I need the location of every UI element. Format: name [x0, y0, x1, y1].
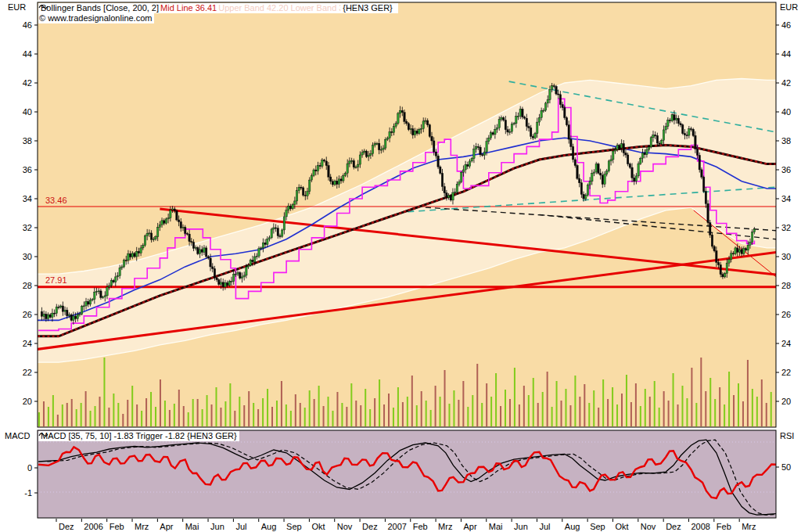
- rsi-axis-label: RSI: [780, 431, 794, 441]
- volume-bar: [640, 406, 641, 426]
- macd-axis-tick-label: 0: [27, 463, 32, 473]
- left-axis-currency: EUR: [8, 2, 26, 13]
- candle-body: [294, 201, 296, 204]
- volume-bar: [514, 368, 515, 426]
- candle-body: [100, 291, 102, 297]
- candle-body: [684, 134, 685, 135]
- candle-body: [288, 206, 289, 210]
- candle-body: [334, 181, 336, 185]
- candle-body: [315, 170, 317, 171]
- candle-body: [696, 149, 698, 155]
- candle-body: [47, 315, 48, 318]
- candle-body: [70, 315, 72, 320]
- candle-body: [461, 172, 462, 182]
- volume-bar: [686, 398, 688, 426]
- y-axis-label: 20: [23, 397, 32, 406]
- candle-body: [537, 122, 538, 134]
- right-axis-currency: EUR: [780, 2, 798, 13]
- candle-body: [110, 280, 112, 286]
- candle-body: [480, 147, 481, 155]
- volume-bar: [742, 401, 744, 426]
- candle-body: [304, 196, 306, 196]
- candle-body: [253, 257, 255, 262]
- candle-body: [125, 260, 127, 261]
- candle-body: [577, 166, 578, 179]
- volume-bar: [295, 394, 296, 426]
- volume-bar: [131, 386, 133, 426]
- candle-body: [724, 273, 725, 276]
- chart-canvas: 4646444442424040383836363434323230302828…: [0, 0, 801, 532]
- candle-body: [214, 269, 215, 278]
- volume-bar: [66, 403, 68, 426]
- candle-body: [207, 257, 209, 258]
- candle-body: [469, 161, 470, 167]
- y-axis-label: 28: [23, 281, 32, 290]
- candle-body: [59, 306, 61, 307]
- candle-body: [224, 282, 226, 286]
- candle-body: [585, 196, 587, 199]
- candle-body: [264, 243, 266, 244]
- candle-body: [650, 138, 652, 147]
- candle-body: [237, 272, 239, 274]
- candle-body: [532, 136, 533, 138]
- volume-bar: [71, 399, 73, 426]
- volume-bar: [402, 402, 404, 426]
- volume-bar: [239, 397, 240, 426]
- x-axis-label: Feb: [413, 522, 428, 531]
- candle-body: [279, 235, 281, 236]
- volume-bar: [169, 410, 171, 426]
- candle-body: [505, 120, 506, 130]
- candle-body: [106, 287, 108, 296]
- volume-bar: [62, 404, 63, 426]
- candle-body: [753, 229, 755, 232]
- volume-bar: [318, 386, 320, 426]
- x-axis-label: Sep: [590, 522, 605, 531]
- candle-body: [441, 173, 443, 186]
- volume-bar: [719, 387, 720, 426]
- candle-body: [515, 117, 517, 124]
- candle-body: [205, 248, 207, 257]
- candle-body: [340, 179, 342, 181]
- volume-bar: [448, 404, 450, 426]
- candle-body: [246, 267, 247, 275]
- candle-body: [641, 153, 643, 159]
- candle-body: [711, 235, 713, 246]
- candle-body: [378, 143, 379, 149]
- volume-bar: [81, 403, 82, 426]
- volume-bar: [276, 401, 278, 426]
- candle-body: [619, 146, 620, 148]
- candle-body: [559, 95, 561, 105]
- volume-bar: [350, 383, 352, 426]
- candle-body: [191, 242, 192, 243]
- candle-body: [544, 103, 546, 110]
- volume-bar: [117, 403, 119, 426]
- volume-bar: [752, 389, 753, 426]
- candle-body: [165, 219, 167, 223]
- candle-body: [492, 133, 494, 135]
- candle-body: [502, 117, 504, 120]
- x-axis-label: Dez: [59, 522, 74, 531]
- candle-body: [89, 300, 91, 304]
- candle-body: [751, 232, 753, 243]
- volume-bar: [286, 404, 287, 426]
- candle-body: [412, 129, 414, 135]
- candle-body: [128, 253, 129, 261]
- candle-body: [671, 115, 673, 121]
- volume-bar: [426, 401, 427, 426]
- candle-body: [745, 249, 746, 250]
- candle-body: [329, 177, 331, 182]
- macd-axis-tick-label: -1: [24, 488, 32, 498]
- volume-bar: [314, 399, 315, 426]
- candle-body: [58, 307, 59, 307]
- y-axis-label: 42: [781, 78, 791, 88]
- candle-body: [690, 129, 691, 130]
- candle-body: [174, 209, 175, 211]
- candle-body: [383, 148, 384, 149]
- volume-bar: [709, 378, 711, 426]
- candle-body: [123, 260, 124, 267]
- volume-bar: [234, 411, 235, 426]
- x-axis-label: Jul: [539, 522, 550, 531]
- volume-bar: [99, 397, 100, 426]
- candle-body: [102, 297, 103, 298]
- volume-bar: [192, 399, 194, 426]
